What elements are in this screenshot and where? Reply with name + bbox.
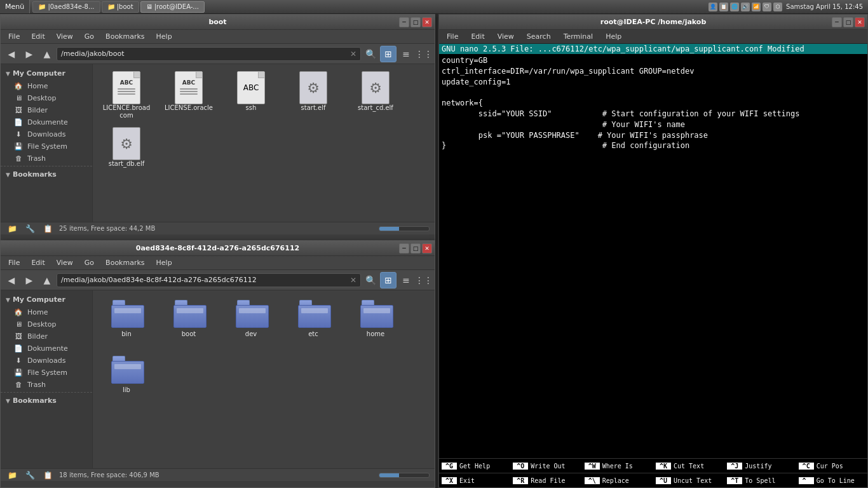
- file-item-licence-broadcom[interactable]: ABC LICENCE.broadcom: [98, 69, 155, 120]
- statusbar-btn3-top[interactable]: 📋: [41, 222, 54, 235]
- list-view-button-bottom[interactable]: ≡: [398, 272, 414, 288]
- nano-shortcut-bar-1: ^G Get Help ^O Write Out ^W Where Is ^K …: [439, 458, 867, 473]
- more-view-button-bottom[interactable]: ⋮⋮: [416, 272, 432, 288]
- grid-view-button-bottom[interactable]: ⊞: [380, 272, 397, 288]
- nano-minimize[interactable]: ─: [832, 17, 842, 27]
- nano-line-6: ssid="YOUR SSID" # Start configuration o…: [442, 109, 865, 119]
- gear-icon-start-elf: [298, 72, 329, 103]
- search-button-top[interactable]: 🔍: [362, 46, 379, 62]
- back-button[interactable]: ◀: [3, 46, 20, 62]
- address-clear-bottom[interactable]: ✕: [350, 276, 356, 285]
- statusbar-btn2-bottom[interactable]: 🔧: [24, 469, 36, 482]
- fm-bottom-maximize[interactable]: □: [410, 243, 421, 254]
- nano-line-2: ctrl_interface=DIR=/var/run/wpa_supplica…: [442, 66, 865, 77]
- forward-button[interactable]: ▶: [21, 46, 37, 62]
- fm-top-menu-file[interactable]: File: [3, 31, 25, 42]
- taskbar-app-2[interactable]: 🖥 |root@IDEA-...: [140, 1, 205, 13]
- file-item-home[interactable]: home: [347, 295, 404, 346]
- nano-desc-where-is: Where Is: [602, 463, 633, 470]
- file-item-boot[interactable]: boot: [160, 295, 217, 346]
- statusbar-btn1-bottom[interactable]: 📁: [6, 469, 18, 482]
- file-item-start-cd-elf[interactable]: start_cd.elf: [347, 69, 404, 120]
- file-item-licence-oracle[interactable]: ABC LICENSE.oracle: [160, 69, 217, 120]
- fm-bottom-menu-file[interactable]: File: [3, 257, 25, 268]
- fm-bottom-menu-help[interactable]: Help: [151, 257, 177, 268]
- fm-bottom-minimize[interactable]: ─: [399, 243, 409, 254]
- nano-menu-help[interactable]: Help: [600, 31, 627, 42]
- progress-bar-fill-top: [379, 227, 399, 231]
- file-item-lib[interactable]: lib: [98, 351, 155, 402]
- speaker-icon[interactable]: 🔊: [741, 3, 750, 11]
- taskbar-app-0[interactable]: 📁 |0aed834e-8...: [32, 1, 100, 13]
- sidebar-filesystem-bottom[interactable]: 💾 File System: [1, 367, 92, 379]
- forward-button-bottom[interactable]: ▶: [21, 272, 37, 288]
- fm-top-minimize[interactable]: ─: [399, 17, 409, 27]
- nano-text-area[interactable]: country=GB ctrl_interface=DIR=/var/run/w…: [439, 54, 867, 454]
- up-button-bottom[interactable]: ▲: [39, 272, 55, 288]
- file-item-start-db-elf[interactable]: start_db.elf: [98, 125, 155, 176]
- fm-top-maximize[interactable]: □: [410, 17, 421, 27]
- file-item-start-elf[interactable]: start.elf: [285, 69, 342, 120]
- file-item-ssh[interactable]: ABC ssh: [222, 69, 280, 120]
- nano-menu-file[interactable]: File: [442, 31, 463, 42]
- wifi-icon: 📶: [752, 3, 761, 11]
- fm-top-menu-view[interactable]: View: [51, 31, 78, 42]
- sidebar-section-computer-top[interactable]: ▼ My Computer: [1, 67, 92, 80]
- nano-content[interactable]: GNU nano 2.5.3 File: ...c676112/etc/wpa_…: [439, 44, 867, 456]
- fm-bottom-menu-view[interactable]: View: [51, 257, 78, 268]
- sidebar-section-bookmarks-top[interactable]: ▼ Bookmarks: [1, 168, 92, 181]
- fm-top-menu-go[interactable]: Go: [79, 31, 99, 42]
- progress-bar-top: [379, 226, 430, 231]
- fm-top-title: boot: [208, 18, 226, 26]
- menu-button[interactable]: Menü: [0, 0, 30, 13]
- nano-close[interactable]: ✕: [855, 17, 865, 27]
- sidebar-downloads-bottom[interactable]: ⬇ Downloads: [1, 355, 92, 367]
- sidebar-home-top[interactable]: 🏠 Home: [1, 80, 92, 92]
- file-item-bin[interactable]: bin: [98, 295, 155, 346]
- file-item-dev[interactable]: dev: [222, 295, 280, 346]
- sidebar-filesystem-top[interactable]: 💾 File System: [1, 140, 92, 152]
- statusbar-btn3-bottom[interactable]: 📋: [41, 469, 54, 482]
- sidebar-desktop-bottom[interactable]: 🖥 Desktop: [1, 318, 92, 330]
- fm-bottom-close[interactable]: ✕: [422, 243, 432, 254]
- nano-desc-exit: Exit: [459, 477, 475, 484]
- nano-maximize[interactable]: □: [843, 17, 853, 27]
- fm-bottom-menu-bookmarks[interactable]: Bookmarks: [100, 257, 149, 268]
- grid-view-button-top[interactable]: ⊞: [380, 46, 397, 62]
- more-view-button-top[interactable]: ⋮⋮: [416, 46, 432, 62]
- nano-menu-view[interactable]: View: [492, 31, 519, 42]
- sidebar-section-bookmarks-bottom[interactable]: ▼ Bookmarks: [1, 394, 92, 407]
- nano-menu-terminal[interactable]: Terminal: [559, 31, 599, 42]
- nano-menu-edit[interactable]: Edit: [466, 31, 489, 42]
- file-manager-top: boot ─ □ ✕ File Edit View Go Bookmarks H…: [0, 14, 435, 241]
- fm-top-close[interactable]: ✕: [422, 17, 432, 27]
- sidebar-trash-bottom[interactable]: 🗑 Trash: [1, 379, 92, 391]
- nano-menu-search[interactable]: Search: [522, 31, 556, 42]
- list-view-button-top[interactable]: ≡: [398, 46, 414, 62]
- sidebar-home-bottom[interactable]: 🏠 Home: [1, 306, 92, 318]
- sidebar-downloads-top[interactable]: ⬇ Downloads: [1, 128, 92, 140]
- sidebar-trash-top[interactable]: 🗑 Trash: [1, 152, 92, 165]
- fm-top-menu-bookmarks[interactable]: Bookmarks: [100, 31, 149, 42]
- up-button[interactable]: ▲: [39, 46, 55, 62]
- fm-bottom-menu-go[interactable]: Go: [79, 257, 99, 268]
- sidebar-section-computer-bottom[interactable]: ▼ My Computer: [1, 293, 92, 306]
- sidebar-bilder-top[interactable]: 🖼 Bilder: [1, 104, 92, 116]
- back-button-bottom[interactable]: ◀: [3, 272, 20, 288]
- taskbar-app-1[interactable]: 📁 |boot: [102, 1, 139, 13]
- nano-key-K: ^K: [656, 463, 671, 470]
- address-clear-top[interactable]: ✕: [350, 50, 356, 58]
- search-button-bottom[interactable]: 🔍: [362, 272, 379, 288]
- fm-top-menu-edit[interactable]: Edit: [26, 31, 50, 42]
- sidebar-bilder-bottom[interactable]: 🖼 Bilder: [1, 330, 92, 342]
- statusbar-btn1-top[interactable]: 📁: [6, 222, 18, 235]
- sidebar-dokumente-bottom[interactable]: 📄 Dokumente: [1, 342, 92, 355]
- file-item-etc[interactable]: etc: [285, 295, 342, 346]
- statusbar-btn2-top[interactable]: 🔧: [24, 222, 36, 235]
- fm-bottom-menu-edit[interactable]: Edit: [26, 257, 50, 268]
- taskbar: Menü 📁 |0aed834e-8... 📁 |boot 🖥 |root@ID…: [0, 0, 868, 14]
- sidebar-desktop-top[interactable]: 🖥 Desktop: [1, 92, 92, 104]
- file-name-boot: boot: [182, 330, 196, 338]
- sidebar-dokumente-top[interactable]: 📄 Dokumente: [1, 116, 92, 128]
- fm-top-menu-help[interactable]: Help: [151, 31, 177, 42]
